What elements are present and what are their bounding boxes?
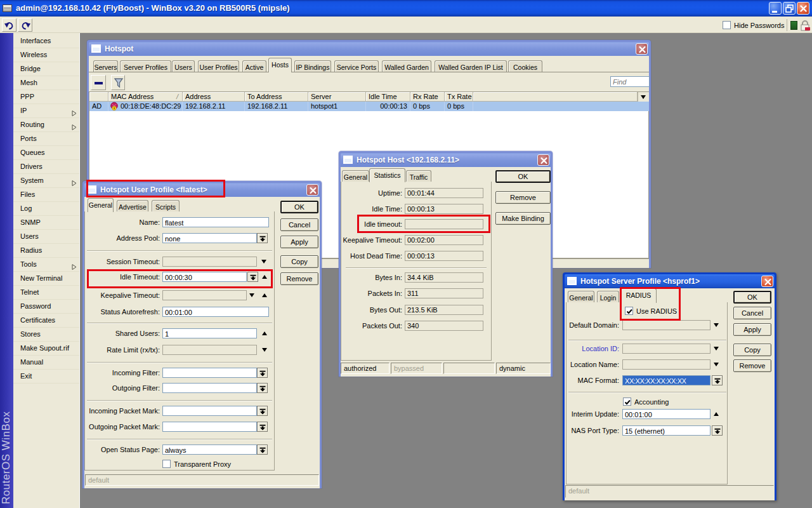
close-button[interactable] <box>797 2 809 15</box>
host-close-button[interactable] <box>537 154 549 166</box>
dropdown-button-incoming_filter[interactable] <box>257 368 268 378</box>
sidebar-item-wireless[interactable]: Wireless <box>13 48 79 62</box>
column-header-3[interactable]: To Address <box>245 92 308 102</box>
field-input-incoming_filter[interactable] <box>162 368 257 378</box>
tab-server-profiles[interactable]: Server Profiles <box>120 60 171 72</box>
field-input-interim_update[interactable] <box>622 409 710 419</box>
hotspot-titlebar[interactable]: Hotspot <box>89 42 649 56</box>
user-profile-ok-button[interactable]: OK <box>280 201 318 213</box>
sidebar-item-bridge[interactable]: Bridge <box>13 62 79 76</box>
tab-hosts[interactable]: Hosts <box>268 58 292 72</box>
server-profile-cancel-button[interactable]: Cancel <box>733 307 771 319</box>
tab-statistics[interactable]: Statistics <box>369 168 405 182</box>
column-header-1[interactable]: MAC Address/ <box>108 92 183 102</box>
dropdown-button-nas_port_type[interactable] <box>712 425 723 436</box>
server-profile-remove-button[interactable]: Remove <box>733 359 771 372</box>
server-profile-ok-button[interactable]: OK <box>733 291 771 304</box>
filter-button[interactable] <box>111 75 125 90</box>
dropdown-button-mac_format[interactable] <box>712 375 723 385</box>
host-make-binding-button[interactable]: Make Binding <box>495 212 551 225</box>
sidebar-item-telnet[interactable]: Telnet <box>13 286 79 300</box>
server-profile-copy-button[interactable]: Copy <box>733 344 771 356</box>
user-profile-cancel-button[interactable]: Cancel <box>280 218 318 231</box>
dropdown-arrow-default_domain[interactable] <box>714 323 719 327</box>
sidebar-item-exit[interactable]: Exit <box>13 370 79 384</box>
server-profile-titlebar[interactable]: Hotspot Server Profile <hsprof1> <box>565 274 775 288</box>
sidebar-item-manual[interactable]: Manual <box>13 356 79 370</box>
dropdown-button-outgoing_filter[interactable] <box>257 383 268 393</box>
field-input-outgoing_packet_mark[interactable] <box>162 422 257 432</box>
sidebar-item-ports[interactable]: Ports <box>13 132 79 146</box>
sidebar-item-make-supout-rif[interactable]: Make Supout.rif <box>13 342 79 356</box>
tab-general[interactable]: General <box>88 198 114 212</box>
field-input-nas_port_type[interactable] <box>622 425 710 436</box>
host-titlebar[interactable]: Hotspot Host <192.168.2.11> <box>341 153 551 167</box>
column-header-5[interactable]: Idle Time <box>366 92 410 102</box>
sidebar-item-mesh[interactable]: Mesh <box>13 76 79 90</box>
remove-host-button[interactable] <box>91 75 106 90</box>
minimize-button[interactable] <box>769 2 782 15</box>
field-input-outgoing_filter[interactable] <box>162 383 257 393</box>
tab-servers[interactable]: Servers <box>93 60 118 72</box>
sidebar-item-ip[interactable]: IP <box>13 104 79 118</box>
sidebar-item-tools[interactable]: Tools <box>13 258 79 272</box>
column-header-7[interactable]: Tx Rate <box>445 92 473 102</box>
user-profile-apply-button[interactable]: Apply <box>280 236 318 248</box>
find-input[interactable] <box>610 76 650 87</box>
field-input-incoming_packet_mark[interactable] <box>162 406 257 416</box>
sidebar-item-snmp[interactable]: SNMP <box>13 216 79 230</box>
sidebar-item-password[interactable]: Password <box>13 300 79 314</box>
increment-arrow-shared_users[interactable] <box>262 331 267 335</box>
transparent-proxy-checkbox[interactable] <box>162 460 171 468</box>
host-ok-button[interactable]: OK <box>495 170 551 183</box>
sidebar-item-system[interactable]: System <box>13 174 79 188</box>
dropdown-button-outgoing_packet_mark[interactable] <box>257 422 268 432</box>
field-input-mac_format[interactable] <box>622 375 710 385</box>
field-input-name[interactable] <box>162 217 269 227</box>
user-profile-close-button[interactable] <box>306 184 318 196</box>
increment-arrow-keepalive_timeout[interactable] <box>262 293 267 297</box>
sidebar-item-certificates[interactable]: Certificates <box>13 314 79 328</box>
tab-advertise[interactable]: Advertise <box>117 200 148 211</box>
tab-ip-bindings[interactable]: IP Bindings <box>294 60 331 72</box>
user-profile-copy-button[interactable]: Copy <box>280 255 318 268</box>
server-profile-apply-button[interactable]: Apply <box>733 323 771 336</box>
column-header-6[interactable]: Rx Rate <box>410 92 445 102</box>
sidebar-item-radius[interactable]: Radius <box>13 244 79 258</box>
column-select-button[interactable] <box>638 92 649 102</box>
tab-login[interactable]: Login <box>597 291 619 302</box>
sidebar-item-log[interactable]: Log <box>13 202 79 216</box>
dropdown-arrow-session_timeout[interactable] <box>261 260 266 264</box>
sidebar-item-queues[interactable]: Queues <box>13 146 79 160</box>
dropdown-button-open_status_page[interactable] <box>257 444 268 455</box>
field-input-status_autorefresh[interactable] <box>162 307 269 317</box>
dropdown-arrow-location_name[interactable] <box>714 363 719 366</box>
column-header-8[interactable] <box>473 92 638 102</box>
accounting-checkbox[interactable] <box>623 398 631 406</box>
hide-passwords-checkbox[interactable] <box>723 21 731 29</box>
tab-scripts[interactable]: Scripts <box>152 200 180 211</box>
host-remove-button[interactable]: Remove <box>495 191 551 204</box>
sidebar-item-interfaces[interactable]: Interfaces <box>13 34 79 48</box>
redo-button[interactable] <box>18 18 32 32</box>
field-input-shared_users[interactable] <box>162 328 257 338</box>
column-header-4[interactable]: Server <box>308 92 366 102</box>
dropdown-arrow-location_id[interactable] <box>714 347 719 351</box>
tab-service-ports[interactable]: Service Ports <box>334 60 379 72</box>
maximize-button[interactable] <box>783 2 796 15</box>
tab-active[interactable]: Active <box>242 60 266 72</box>
tab-walled-garden-ip-list[interactable]: Walled Garden IP List <box>435 60 507 72</box>
sidebar-item-files[interactable]: Files <box>13 188 79 202</box>
tab-general[interactable]: General <box>342 170 369 182</box>
tab-general[interactable]: General <box>568 291 594 302</box>
hotspot-close-button[interactable] <box>636 43 648 55</box>
sidebar-item-users[interactable]: Users <box>13 230 79 244</box>
field-input-address_pool[interactable] <box>162 233 257 243</box>
sidebar-item-stores[interactable]: Stores <box>13 328 79 342</box>
sidebar-item-drivers[interactable]: Drivers <box>13 160 79 174</box>
dropdown-arrow-keepalive_timeout[interactable] <box>249 293 254 297</box>
dropdown-button-address_pool[interactable] <box>257 233 268 243</box>
sidebar-item-routing[interactable]: Routing <box>13 118 79 132</box>
tab-user-profiles[interactable]: User Profiles <box>198 60 239 72</box>
sidebar-item-ppp[interactable]: PPP <box>13 90 79 104</box>
